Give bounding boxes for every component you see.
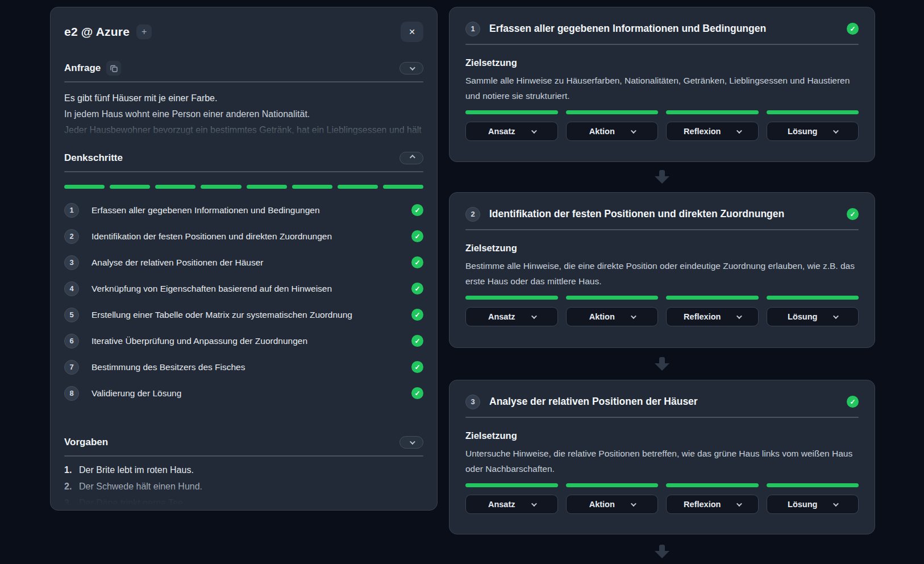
progress-bar xyxy=(666,110,759,114)
anfrage-heading: Anfrage xyxy=(64,63,101,74)
step-row-7[interactable]: 7 Bestimmung des Besitzers des Fisches ✓ xyxy=(64,359,423,375)
card-header: 1 Erfassen aller gegebenen Informationen… xyxy=(465,21,859,36)
dropdown-button-loesung[interactable]: Lösung xyxy=(767,307,859,326)
dropdown-button-aktion[interactable]: Aktion xyxy=(566,307,659,326)
step-label: Erstellung einer Tabelle oder Matrix zur… xyxy=(91,310,352,320)
dropdown-button-reflexion[interactable]: Reflexion xyxy=(666,122,759,141)
vorgaben-item: 2. Der Schwede hält einen Hund. xyxy=(64,481,423,492)
step-number-badge: 8 xyxy=(64,386,79,401)
flow-arrow-icon xyxy=(655,170,669,184)
zielsetzung-heading: Zielsetzung xyxy=(465,430,859,441)
card-progress-bars xyxy=(465,296,859,300)
chevron-down-icon xyxy=(409,439,415,445)
dropdown-label: Aktion xyxy=(589,500,615,509)
progress-segment xyxy=(247,185,287,189)
divider xyxy=(465,44,859,45)
dropdown-button-reflexion[interactable]: Reflexion xyxy=(666,307,759,326)
dropdown-label: Lösung xyxy=(788,127,817,136)
denkschritte-heading: Denkschritte xyxy=(64,152,123,164)
dropdown-button-loesung[interactable]: Lösung xyxy=(767,122,859,141)
card-check-icon: ✓ xyxy=(847,23,859,35)
vorgaben-item-number: 2. xyxy=(64,481,79,492)
progress-bar xyxy=(566,110,659,114)
chevron-down-icon xyxy=(531,313,536,319)
chevron-down-icon xyxy=(409,65,415,70)
step-row-3[interactable]: 3 Analyse der relativen Positionen der H… xyxy=(64,255,423,270)
step-check-icon: ✓ xyxy=(411,230,423,242)
vorgaben-item-text: Der Brite lebt im roten Haus. xyxy=(79,465,194,476)
step-row-5[interactable]: 5 Erstellung einer Tabelle oder Matrix z… xyxy=(64,307,423,322)
anfrage-section-header: Anfrage xyxy=(64,62,423,74)
progress-bar xyxy=(566,296,659,300)
card-dropdowns: Ansatz Aktion Reflexion Lösung xyxy=(465,495,859,514)
anfrage-line: Es gibt fünf Häuser mit je einer Farbe. xyxy=(64,90,423,106)
progress-bar xyxy=(465,110,558,114)
copy-button[interactable] xyxy=(106,61,121,76)
dropdown-button-aktion[interactable]: Aktion xyxy=(566,495,659,514)
step-card-2: 2 Identifikation der festen Positionen u… xyxy=(449,192,875,348)
chevron-down-icon xyxy=(631,501,636,507)
step-check-icon: ✓ xyxy=(411,361,423,373)
step-check-icon: ✓ xyxy=(411,204,423,216)
chevron-up-icon xyxy=(409,155,415,160)
chevron-down-icon xyxy=(833,501,839,507)
close-icon: ✕ xyxy=(409,27,415,36)
chevron-down-icon xyxy=(631,313,636,319)
card-progress-bars xyxy=(465,110,859,114)
dropdown-button-reflexion[interactable]: Reflexion xyxy=(666,495,759,514)
step-number-badge: 7 xyxy=(64,360,79,375)
dropdown-label: Reflexion xyxy=(684,500,721,509)
step-label: Analyse der relativen Positionen der Häu… xyxy=(91,258,263,268)
progress-bar xyxy=(767,483,859,487)
progress-bar xyxy=(666,296,759,300)
card-number-badge: 1 xyxy=(465,22,480,36)
card-title: Erfassen aller gegebenen Informationen u… xyxy=(489,23,766,35)
card-check-icon: ✓ xyxy=(847,396,859,408)
vorgaben-collapse-button[interactable] xyxy=(399,436,423,449)
step-label: Erfassen aller gegebenen Informationen u… xyxy=(91,205,320,215)
step-label: Identifikation der festen Positionen und… xyxy=(91,231,332,242)
step-row-2[interactable]: 2 Identifikation der festen Positionen u… xyxy=(64,229,423,244)
step-number-badge: 3 xyxy=(64,255,79,270)
step-row-1[interactable]: 1 Erfassen aller gegebenen Informationen… xyxy=(64,202,423,218)
progress-bar xyxy=(566,483,659,487)
progress-bar xyxy=(666,483,759,487)
add-button[interactable]: + xyxy=(136,24,152,39)
dropdown-button-loesung[interactable]: Lösung xyxy=(767,495,859,514)
divider xyxy=(64,81,423,82)
chevron-down-icon xyxy=(631,128,636,134)
dropdown-label: Ansatz xyxy=(488,500,515,509)
step-row-4[interactable]: 4 Verknüpfung von Eigenschaften basieren… xyxy=(64,281,423,296)
step-number-badge: 4 xyxy=(64,281,79,296)
progress-bar xyxy=(465,483,558,487)
vorgaben-item-number: 1. xyxy=(64,465,79,476)
denkschritte-collapse-button[interactable] xyxy=(399,152,423,164)
dropdown-label: Aktion xyxy=(589,312,615,321)
step-row-6[interactable]: 6 Iterative Überprüfung und Anpassung de… xyxy=(64,333,423,349)
dropdown-button-aktion[interactable]: Aktion xyxy=(566,122,659,141)
progress-segment xyxy=(64,185,105,189)
chevron-down-icon xyxy=(531,501,536,507)
copy-icon xyxy=(110,65,118,72)
chevron-down-icon xyxy=(736,313,742,319)
step-row-8[interactable]: 8 Validierung der Lösung ✓ xyxy=(64,385,423,401)
dropdown-label: Aktion xyxy=(589,127,615,136)
step-number-badge: 1 xyxy=(64,203,79,218)
zielsetzung-heading: Zielsetzung xyxy=(465,57,859,68)
dropdown-button-ansatz[interactable]: Ansatz xyxy=(465,495,558,514)
progress-segment xyxy=(155,185,195,189)
anfrage-collapse-button[interactable] xyxy=(399,62,423,74)
step-check-icon: ✓ xyxy=(411,256,423,268)
anfrage-line: bestimmtes Haustier. xyxy=(64,138,423,139)
chevron-down-icon xyxy=(833,128,839,134)
dropdown-button-ansatz[interactable]: Ansatz xyxy=(465,307,558,326)
progress-segment xyxy=(383,185,423,189)
progress-segment xyxy=(110,185,150,189)
divider xyxy=(465,229,859,230)
dropdown-label: Ansatz xyxy=(488,127,515,136)
card-title: Identifikation der festen Positionen und… xyxy=(489,208,784,220)
chevron-down-icon xyxy=(736,128,742,134)
dropdown-button-ansatz[interactable]: Ansatz xyxy=(465,122,558,141)
close-button[interactable]: ✕ xyxy=(401,22,423,42)
card-number-badge: 2 xyxy=(465,207,480,222)
